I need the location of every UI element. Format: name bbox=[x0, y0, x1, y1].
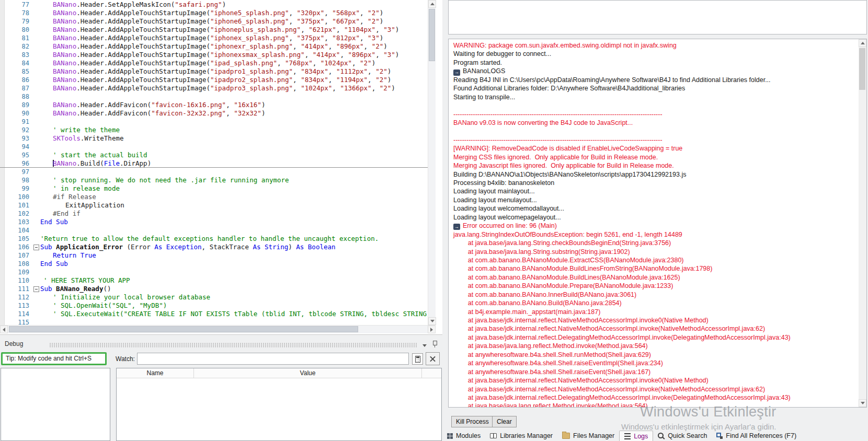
line-number: 110 bbox=[5, 276, 33, 285]
column-header-extra bbox=[422, 368, 441, 378]
code-line[interactable]: 95' start the actual build bbox=[0, 151, 428, 159]
fold-margin bbox=[33, 193, 40, 201]
code-text: Sub Application_Error (Error As Exceptio… bbox=[40, 243, 336, 251]
horizontal-scroll-thumb[interactable] bbox=[9, 326, 358, 332]
debug-variables-list[interactable] bbox=[1, 368, 110, 441]
pin-icon[interactable] bbox=[431, 340, 439, 350]
close-icon bbox=[429, 355, 436, 362]
code-line[interactable]: 88 bbox=[0, 92, 428, 101]
scroll-right-button[interactable] bbox=[428, 326, 436, 333]
code-line[interactable]: 94 bbox=[0, 143, 428, 151]
code-line[interactable]: 111Sub BANano_Ready() bbox=[0, 285, 428, 293]
tab-modules[interactable]: Modules bbox=[442, 431, 485, 441]
code-line[interactable]: 100#if Release bbox=[0, 193, 428, 201]
code-line[interactable]: 113' SQL.OpenWait("SQL", "MyDB") bbox=[0, 301, 428, 310]
code-line[interactable]: 98' stop running. We do not need the .ja… bbox=[0, 176, 428, 184]
code-line[interactable]: 114' SQL.ExecuteWait("CREATE TABLE IF NO… bbox=[0, 310, 428, 318]
arrow-right-icon bbox=[430, 328, 435, 332]
code-line[interactable]: 101ExitApplication bbox=[0, 201, 428, 210]
code-line[interactable]: 87BANano.Header.AddAppleTouchStartupImag… bbox=[0, 84, 428, 92]
code-line[interactable]: 99' in release mode bbox=[0, 184, 428, 193]
editor-horizontal-scrollbar[interactable] bbox=[0, 325, 436, 333]
code-text: BANano.Header.AddAppleTouchStartupImage(… bbox=[40, 9, 383, 17]
code-line[interactable]: 83BANano.Header.AddAppleTouchStartupImag… bbox=[0, 51, 428, 59]
log-scroll-down-button[interactable] bbox=[859, 399, 866, 407]
code-line[interactable]: 80BANano.Header.AddAppleTouchStartupImag… bbox=[0, 26, 428, 34]
column-header-name[interactable]: Name bbox=[117, 368, 194, 378]
code-line[interactable]: 89BANano.Header.AddFavicon("favicon-16x1… bbox=[0, 101, 428, 109]
panel-menu-button[interactable] bbox=[420, 341, 429, 350]
code-line[interactable]: 107Return True bbox=[0, 251, 428, 260]
code-lines[interactable]: 77BANano.Header.SetAppleMaskIcon("safari… bbox=[0, 1, 428, 325]
kill-process-button[interactable]: Kill Process bbox=[451, 416, 494, 427]
code-editor[interactable]: 77BANano.Header.SetAppleMaskIcon("safari… bbox=[0, 0, 442, 334]
panel-drag-grip[interactable] bbox=[49, 343, 417, 347]
vertical-scroll-thumb[interactable] bbox=[429, 9, 435, 61]
code-text: BANano.Header.AddAppleTouchStartupImage(… bbox=[40, 67, 391, 75]
scroll-up-button[interactable] bbox=[428, 0, 436, 8]
code-text: BANano.Header.AddAppleTouchStartupImage(… bbox=[40, 34, 383, 42]
clear-watch-button[interactable] bbox=[426, 352, 440, 365]
code-line[interactable]: 78BANano.Header.AddAppleTouchStartupImag… bbox=[0, 9, 428, 17]
code-line[interactable]: 86BANano.Header.AddAppleTouchStartupImag… bbox=[0, 76, 428, 84]
code-line[interactable]: 102#End if bbox=[0, 210, 428, 218]
code-line[interactable]: 77BANano.Header.SetAppleMaskIcon("safari… bbox=[0, 1, 428, 9]
code-line[interactable]: 96BANano.Build(File.DirApp) bbox=[0, 159, 428, 168]
watch-input[interactable] bbox=[137, 353, 409, 365]
code-line[interactable]: 91 bbox=[0, 118, 428, 126]
tab-logs[interactable]: Logs bbox=[619, 431, 653, 441]
code-text: BANano.Build(File.DirApp) bbox=[40, 159, 151, 167]
scroll-down-button[interactable] bbox=[428, 317, 436, 325]
code-line[interactable]: 108End Sub bbox=[0, 260, 428, 268]
code-line[interactable]: 93SKTools.WriteTheme bbox=[0, 134, 428, 143]
code-line[interactable]: 82BANano.Header.AddAppleTouchStartupImag… bbox=[0, 42, 428, 51]
fold-collapse-icon[interactable] bbox=[33, 285, 40, 293]
clear-logs-button[interactable]: Clear bbox=[492, 416, 517, 427]
log-line: Loading layout welcomemodallayout... bbox=[453, 204, 858, 213]
log-line: BANano v9.03 is now converting the B4J c… bbox=[453, 119, 858, 127]
code-line[interactable]: 84BANano.Header.AddAppleTouchStartupImag… bbox=[0, 59, 428, 67]
code-line[interactable]: 92' write the theme bbox=[0, 126, 428, 134]
log-line: at com.ab.banano.BANano.InnerBuild(BANan… bbox=[453, 291, 858, 299]
code-text: ' stop running. We do not need the .jar … bbox=[40, 176, 289, 184]
tab-quick-search[interactable]: Quick Search bbox=[653, 431, 712, 441]
code-line[interactable]: 104 bbox=[0, 226, 428, 235]
editor-vertical-scrollbar[interactable] bbox=[428, 0, 436, 325]
code-line[interactable]: 103End Sub bbox=[0, 218, 428, 226]
fold-margin bbox=[33, 168, 40, 176]
scroll-left-button[interactable] bbox=[0, 326, 8, 333]
fold-margin bbox=[33, 226, 40, 235]
code-line[interactable]: 81BANano.Header.AddAppleTouchStartupImag… bbox=[0, 34, 428, 42]
code-line[interactable]: 85BANano.Header.AddAppleTouchStartupImag… bbox=[0, 67, 428, 76]
tab-find-all-references[interactable]: Find All References (F7) bbox=[712, 431, 801, 441]
code-line[interactable]: 115 bbox=[0, 318, 428, 325]
tab-libraries-manager[interactable]: Libraries Manager bbox=[485, 431, 557, 441]
fold-margin bbox=[33, 301, 40, 310]
logs-panel[interactable]: WARNING: package com.sun.javafx.embed.sw… bbox=[448, 39, 867, 408]
tab-files-manager[interactable]: Files Manager bbox=[557, 431, 619, 441]
code-line[interactable]: 97 bbox=[0, 168, 428, 176]
column-header-value[interactable]: Value bbox=[194, 368, 422, 378]
code-line[interactable]: 105'Return true to allow the default exc… bbox=[0, 235, 428, 243]
line-number: 88 bbox=[5, 92, 33, 101]
log-scroll-up-button[interactable] bbox=[859, 39, 866, 47]
evaluate-expression-button[interactable] bbox=[412, 353, 423, 365]
fold-collapse-icon[interactable] bbox=[33, 243, 40, 251]
fold-margin bbox=[33, 201, 40, 210]
fold-margin bbox=[33, 210, 40, 218]
log-line: WARNING: package com.sun.javafx.embed.sw… bbox=[453, 41, 858, 50]
code-line[interactable]: 112' Initialize your local browser datab… bbox=[0, 293, 428, 301]
code-line[interactable]: 106Sub Application_Error (Error As Excep… bbox=[0, 243, 428, 251]
log-scroll-thumb[interactable] bbox=[859, 48, 865, 90]
log-line: Loading layout welcomepagelayout... bbox=[453, 213, 858, 222]
code-line[interactable]: 110' HERE STARTS YOUR APP bbox=[0, 276, 428, 285]
log-vertical-scrollbar[interactable] bbox=[859, 39, 866, 407]
code-line[interactable]: 109 bbox=[0, 268, 428, 276]
code-line[interactable]: 79BANano.Header.AddAppleTouchStartupImag… bbox=[0, 17, 428, 26]
fold-margin bbox=[33, 101, 40, 109]
line-number: 92 bbox=[5, 126, 33, 134]
code-line[interactable]: 90BANano.Header.AddFavicon("favicon-32x3… bbox=[0, 109, 428, 118]
log-line: at java.base/jdk.internal.reflect.Delega… bbox=[453, 333, 858, 342]
log-line: Merging Javascript files ignored. Only a… bbox=[453, 161, 858, 170]
line-number: 97 bbox=[5, 168, 33, 176]
